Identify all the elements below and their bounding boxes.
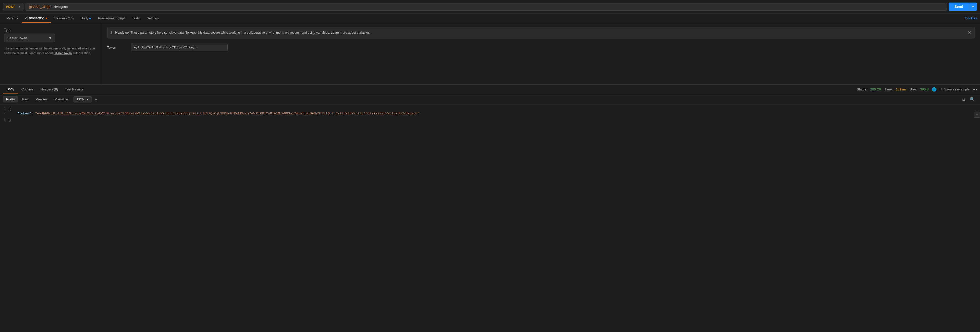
format-tab-visualize[interactable]: Visualize: [52, 96, 71, 103]
response-tab-testresults[interactable]: Test Results: [62, 85, 87, 94]
response-meta: Status: 200 OK Time: 109 ms Size: 396 B …: [857, 87, 977, 92]
line-number-3: 3: [0, 118, 9, 122]
body-dot: [89, 18, 91, 19]
method-dropdown[interactable]: POST ▼: [3, 3, 24, 11]
tab-tests[interactable]: Tests: [128, 14, 143, 23]
code-line-3: 3 }: [0, 118, 980, 122]
type-label: Type: [4, 28, 98, 32]
send-button[interactable]: Send ▼: [949, 3, 977, 11]
token-row: Token: [107, 44, 975, 51]
search-icon[interactable]: 🔍: [968, 96, 977, 103]
filter-icon[interactable]: ≡: [93, 96, 99, 103]
cookies-link[interactable]: Cookies: [965, 16, 977, 20]
type-select[interactable]: Bearer Token ▼: [4, 34, 55, 42]
top-bar: POST ▼ {{BASE_URI}}/auth/signup Send ▼: [0, 0, 980, 14]
code-line-2: 2 "token": "eyJhbGciOiJIUzI1NiIsInR5cCI6…: [0, 111, 980, 118]
tab-headers[interactable]: Headers (10): [51, 14, 77, 23]
send-label: Send: [949, 3, 969, 11]
json-value-token: "eyJhbGciOiJIUzI1NiIsInR5cCI6IkpXVCJ9.ey…: [35, 112, 419, 115]
save-example-label: Save as example: [944, 87, 969, 91]
code-line-1: 1 {: [0, 107, 980, 111]
bearer-token-link[interactable]: Bearer Token: [54, 51, 72, 55]
response-tab-headers[interactable]: Headers (8): [37, 85, 62, 94]
info-text: Heads up! These parameters hold sensitiv…: [115, 30, 965, 35]
token-input[interactable]: [130, 44, 228, 51]
auth-description: The authorization header will be automat…: [4, 46, 98, 56]
tab-authorization[interactable]: Authorization: [22, 14, 51, 23]
format-tab-pretty[interactable]: Pretty: [3, 96, 18, 103]
response-tab-body[interactable]: Body: [3, 85, 18, 94]
auth-left-panel: Type Bearer Token ▼ The authorization he…: [0, 23, 102, 84]
globe-icon: 🌐: [932, 87, 937, 92]
save-icon: ⬇: [940, 87, 942, 91]
tab-params[interactable]: Params: [3, 14, 22, 23]
send-dropdown-icon[interactable]: ▼: [969, 3, 977, 10]
json-key-token: "token": [17, 112, 31, 115]
tab-settings[interactable]: Settings: [143, 14, 162, 23]
time-value: 109 ms: [896, 87, 907, 91]
auth-panel: Type Bearer Token ▼ The authorization he…: [0, 23, 980, 84]
tab-prerequest[interactable]: Pre-request Script: [94, 14, 128, 23]
auth-right-panel: ℹ Heads up! These parameters hold sensit…: [102, 23, 980, 84]
format-tab-preview[interactable]: Preview: [33, 96, 51, 103]
code-view: 1 { 2 "token": "eyJhbGciOiJIUzI1NiIsInR5…: [0, 104, 980, 125]
url-path: /auth/signup: [50, 5, 68, 9]
request-tabs: Params Authorization Headers (10) Body P…: [0, 14, 980, 23]
status-value: 200 OK: [870, 87, 881, 91]
type-chevron-icon: ▼: [48, 36, 52, 40]
info-icon: ℹ: [111, 30, 113, 35]
method-chevron-icon: ▼: [18, 5, 21, 8]
method-label: POST: [6, 5, 15, 9]
token-label: Token: [107, 46, 127, 49]
response-tab-cookies[interactable]: Cookies: [18, 85, 37, 94]
format-tabs-row: Pretty Raw Preview Visualize JSON ▼ ≡ ⧉ …: [0, 94, 980, 104]
collapse-line-button[interactable]: −: [974, 112, 980, 118]
copy-icon[interactable]: ⧉: [960, 96, 967, 103]
size-label: Size:: [910, 87, 917, 91]
tab-body[interactable]: Body: [77, 14, 95, 23]
open-brace: {: [9, 107, 11, 111]
authorization-dot: [46, 17, 47, 19]
status-label: Status:: [857, 87, 867, 91]
info-close-icon[interactable]: ✕: [968, 30, 971, 35]
more-options-button[interactable]: •••: [973, 87, 977, 92]
time-label: Time:: [885, 87, 893, 91]
save-example-button[interactable]: ⬇ Save as example: [940, 87, 969, 91]
type-value: Bearer Token: [7, 36, 27, 40]
variables-link[interactable]: variables: [357, 31, 369, 35]
close-brace: }: [9, 118, 11, 122]
size-value: 396 B: [920, 87, 929, 91]
info-banner: ℹ Heads up! These parameters hold sensit…: [107, 27, 975, 38]
json-format-label: JSON: [76, 98, 84, 101]
line-number-1: 1: [0, 107, 9, 111]
format-tab-raw[interactable]: Raw: [19, 96, 32, 103]
response-tabs-row: Body Cookies Headers (8) Test Results St…: [0, 84, 980, 94]
json-format-select[interactable]: JSON ▼: [73, 96, 92, 103]
base-uri: {{BASE_URI}}: [29, 5, 50, 9]
url-bar[interactable]: {{BASE_URI}}/auth/signup: [25, 3, 947, 11]
json-chevron-icon: ▼: [86, 98, 89, 101]
line-number-2: 2: [0, 112, 9, 115]
